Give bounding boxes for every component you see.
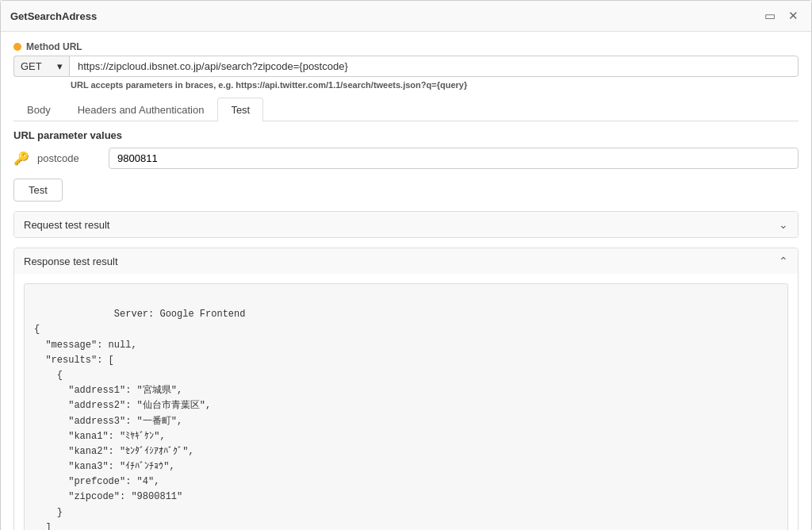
dialog-title: GetSearchAdress [10,10,97,22]
method-select[interactable]: GET ▾ [13,56,69,77]
request-result-label: Request test result [24,219,109,231]
url-row: GET ▾ [13,56,799,77]
response-result-body: Server: Google Frontend { "message": nul… [14,274,798,530]
tab-body[interactable]: Body [13,98,64,121]
response-result-chevron: ⌃ [779,255,788,267]
tab-headers[interactable]: Headers and Authentication [64,98,218,121]
method-label: Method URL [13,41,799,52]
tab-test[interactable]: Test [217,98,263,121]
test-button[interactable]: Test [13,179,63,202]
url-hint-text: URL accepts parameters in braces, e.g. h… [71,80,437,90]
dialog: GetSearchAdress ▭ ✕ Method URL GET ▾ [0,0,812,530]
request-result-chevron: ⌄ [779,218,788,231]
method-url-label: Method URL [26,41,82,52]
restore-icon: ▭ [764,9,776,22]
url-params-title: URL parameter values [13,129,799,141]
param-name: postcode [37,152,101,164]
tabs: Body Headers and Authentication Test [13,98,799,121]
param-value-input[interactable] [109,148,799,169]
param-icon: 🔑 [13,151,29,166]
response-content-section: Server: Google Frontend { "message": nul… [24,283,788,530]
method-url-section: Method URL GET ▾ URL accepts parameters … [13,41,799,90]
titlebar: GetSearchAdress ▭ ✕ [1,1,811,32]
method-value: GET [21,60,42,72]
url-hint-param: {query} [437,80,468,90]
close-button[interactable]: ✕ [785,7,802,25]
titlebar-actions: ▭ ✕ [761,7,802,25]
url-input[interactable] [69,56,799,77]
response-content: Server: Google Frontend { "message": nul… [34,309,245,530]
response-result-label: Response test result [24,255,118,267]
method-dot [13,43,21,51]
dialog-body: Method URL GET ▾ URL accepts parameters … [1,32,811,530]
url-hint: URL accepts parameters in braces, e.g. h… [71,80,799,90]
test-button-container: Test [13,179,799,202]
method-chevron-icon: ▾ [57,60,63,72]
param-row: 🔑 postcode [13,148,799,169]
request-result-header[interactable]: Request test result ⌄ [14,212,798,237]
request-result-section: Request test result ⌄ [13,211,799,238]
restore-button[interactable]: ▭ [761,7,779,25]
close-icon: ✕ [788,9,799,22]
response-area: Server: Google Frontend { "message": nul… [24,283,788,530]
test-tab-content: URL parameter values 🔑 postcode Test Req… [13,129,799,530]
response-result-header[interactable]: Response test result ⌃ [14,248,798,274]
response-result-section: Response test result ⌃ Server: Google Fr… [13,248,799,530]
url-params-section: URL parameter values 🔑 postcode [13,129,799,169]
